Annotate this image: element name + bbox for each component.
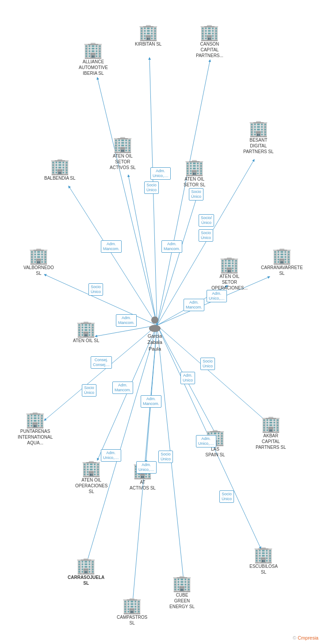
building-icon-aten-oil-op: 🏢	[81, 460, 101, 476]
label-carrasojuela: CARRASOJUELASL	[68, 575, 104, 586]
node-carrasojuela[interactable]: 🏢 CARRASOJUELASL	[68, 558, 104, 586]
node-aten-setor-activos[interactable]: 🏢 ATEN OILSETORACTIVOS SL	[110, 136, 136, 170]
building-icon-puntarenas: 🏢	[25, 412, 45, 428]
node-aten-oil-op[interactable]: 🏢 ATEN OILOPERACIONESSL	[75, 460, 107, 494]
node-aten-setor[interactable]: 🏢 ATEN OILSETOR SL	[184, 159, 205, 188]
building-icon-balbendia: 🏢	[50, 158, 70, 174]
svg-point-20	[151, 316, 158, 324]
label-balbendia: BALBENDIA SL	[44, 175, 76, 181]
label-aten-oil-op: ATEN OILOPERACIONESSL	[75, 477, 107, 494]
watermark: © Cmpresia	[293, 635, 318, 640]
watermark-brand: Cmpresia	[298, 635, 318, 640]
building-icon-kirbitan: 🏢	[138, 24, 158, 40]
building-icon-canson: 🏢	[199, 24, 219, 40]
label-alliance: ALLIANCEAUTOMOTIVEIBERIA SL	[79, 59, 108, 76]
building-icon-escubilosa: 🏢	[253, 547, 273, 563]
label-aten-setor-activos: ATEN OILSETORACTIVOS SL	[110, 153, 136, 170]
building-icon-cube-green: 🏢	[172, 575, 192, 591]
badge-socio-unico-1[interactable]: SocioÚnico	[144, 181, 159, 194]
svg-line-7	[44, 274, 157, 325]
node-aten-setor-op[interactable]: 🏢 ATEN OILSETOROPERACIONES...	[211, 257, 248, 291]
label-aten-setor: ATEN OILSETOR SL	[184, 176, 205, 188]
center-person-node[interactable]: Garcia Zabala Paula	[146, 314, 164, 352]
label-puntarenas: PUNTARENASINTERNATIONALAQUA...	[18, 428, 53, 446]
building-icon-aten-setor-op: 🏢	[219, 257, 239, 273]
label-akbar: AKBARCAPITALPARTNERS SL	[256, 433, 286, 450]
graph-container: Garcia Zabala Paula 🏢 ALLIANCEAUTOMOTIVE…	[0, 0, 322, 644]
badge-adm-unico-6[interactable]: Adm.Unico,....	[196, 435, 216, 447]
svg-line-12	[157, 325, 265, 420]
badge-socio-unico-6[interactable]: SocioÚnico	[82, 384, 96, 397]
label-at-activos: ATACTIVOS SL	[130, 479, 156, 491]
badge-consej-1[interactable]: Consej.Consej....	[91, 356, 112, 369]
badge-socio-unico-3[interactable]: Socio/Único	[199, 214, 214, 227]
person-icon	[146, 314, 164, 332]
label-carranavarrete: CARRANAVARRETESL	[261, 265, 303, 276]
label-las-spain: LASSPAIN SL	[205, 446, 225, 458]
label-kirbitan: KIRBITAN SL	[135, 41, 161, 47]
label-besant: BESANTDIGITALPARTNERS SL	[243, 137, 274, 154]
center-person-label: Garcia Zabala Paula	[147, 333, 162, 352]
node-cube-green[interactable]: 🏢 CUBEGREENENERGY SL	[169, 575, 195, 609]
badge-adm-unico-1[interactable]: Adm.Unico,....	[150, 167, 171, 180]
badge-adm-mancom-3[interactable]: Adm.Mancom.	[161, 240, 182, 253]
node-alliance[interactable]: 🏢 ALLIANCEAUTOMOTIVEIBERIA SL	[79, 42, 108, 76]
badge-adm-unico-2[interactable]: Adm.Unico,....	[207, 290, 227, 302]
node-besant[interactable]: 🏢 BESANTDIGITALPARTNERS SL	[243, 120, 274, 154]
building-icon-akbar: 🏢	[261, 416, 281, 432]
node-balbendia[interactable]: 🏢 BALBENDIA SL	[44, 158, 76, 181]
node-valbornedo[interactable]: 🏢 VALBORNEDOSL	[23, 248, 54, 276]
building-icon-aten-setor: 🏢	[184, 159, 204, 175]
badge-adm-mancom-2[interactable]: Adm.Mancom.	[101, 240, 122, 253]
badge-adm-mancom-6[interactable]: Adm.Mancom.	[141, 395, 161, 408]
building-icon-aten-setor-activos: 🏢	[113, 136, 133, 152]
node-campastros[interactable]: 🏢 CAMPASTROSSL	[117, 598, 147, 626]
badge-adm-unico-3[interactable]: Adm.Unico	[180, 372, 195, 384]
badge-socio-unico-5[interactable]: SocioÚnico	[88, 283, 103, 296]
building-icon-valbornedo: 🏢	[29, 248, 49, 264]
node-aten-oil[interactable]: 🏢 ATEN OIL SL	[73, 321, 99, 343]
node-kirbitan[interactable]: 🏢 KIRBITAN SL	[135, 24, 161, 47]
badge-socio-unico-8[interactable]: SocioÚnico	[158, 451, 173, 463]
node-carranavarrete[interactable]: 🏢 CARRANAVARRETESL	[261, 248, 303, 276]
label-valbornedo: VALBORNEDOSL	[23, 265, 54, 276]
node-canson[interactable]: 🏢 CANSONCAPITALPARTNERS...	[196, 24, 223, 58]
node-escubilosa[interactable]: 🏢 ESCUBILOSASL	[249, 547, 278, 575]
node-akbar[interactable]: 🏢 AKBARCAPITALPARTNERS SL	[256, 416, 286, 450]
building-icon-aten-oil: 🏢	[76, 321, 96, 337]
label-canson: CANSONCAPITALPARTNERS...	[196, 41, 223, 58]
label-escubilosa: ESCUBILOSASL	[249, 563, 278, 575]
svg-point-21	[149, 325, 161, 332]
node-puntarenas[interactable]: 🏢 PUNTARENASINTERNATIONALAQUA...	[18, 412, 53, 446]
label-aten-oil: ATEN OIL SL	[73, 338, 99, 343]
building-icon-campastros: 🏢	[122, 598, 142, 613]
badge-socio-unico-7[interactable]: SocioÚnico	[200, 358, 215, 370]
badge-adm-unico-5[interactable]: Adm.Unico,....	[136, 461, 157, 474]
label-aten-setor-op: ATEN OILSETOROPERACIONES...	[211, 274, 248, 291]
svg-line-11	[44, 325, 157, 420]
building-icon-besant: 🏢	[249, 120, 268, 136]
badge-socio-unico-4[interactable]: SocioÚnico	[199, 229, 213, 242]
badge-adm-mancom-4[interactable]: Adm.Mancom.	[116, 314, 137, 327]
badge-adm-unico-4[interactable]: Adm.Unico,....	[101, 449, 121, 462]
label-campastros: CAMPASTROSSL	[117, 614, 147, 626]
badge-socio-unico-2[interactable]: SocioÚnico	[189, 188, 203, 201]
badge-adm-mancom-5[interactable]: Adm.Mancom.	[112, 382, 133, 394]
badge-adm-mancom-1[interactable]: Adm.Mancom.	[184, 299, 204, 311]
building-icon-carranavarrete: 🏢	[272, 248, 292, 264]
badge-socio-unico-9[interactable]: SocioÚnico	[219, 490, 234, 503]
svg-line-4	[128, 175, 157, 325]
building-icon-carrasojuela: 🏢	[76, 558, 96, 574]
building-icon-alliance: 🏢	[83, 42, 103, 58]
svg-line-6	[69, 186, 157, 325]
svg-line-0	[97, 77, 157, 325]
label-cube-green: CUBEGREENENERGY SL	[169, 592, 195, 609]
